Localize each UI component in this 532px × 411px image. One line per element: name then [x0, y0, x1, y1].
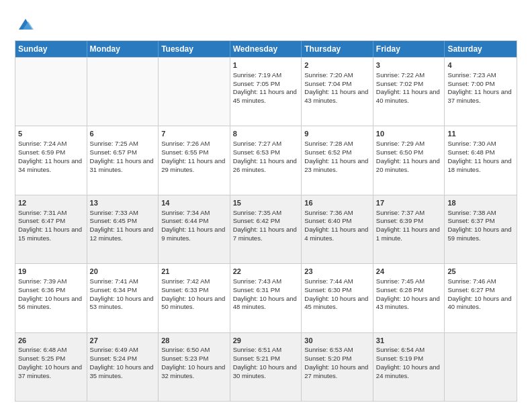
day-number: 31 — [376, 336, 442, 346]
day-number: 16 — [304, 198, 370, 208]
day-number: 24 — [376, 267, 442, 277]
day-number: 1 — [233, 60, 299, 71]
day-header: Thursday — [302, 41, 373, 57]
day-number: 15 — [233, 198, 299, 208]
day-number: 21 — [161, 267, 227, 277]
day-number: 7 — [161, 129, 227, 139]
day-number: 9 — [304, 129, 370, 139]
logo — [15, 15, 35, 34]
calendar-cell: 18Sunrise: 7:38 AMSunset: 6:37 PMDayligh… — [445, 195, 517, 263]
day-number: 13 — [90, 198, 156, 208]
day-header: Tuesday — [159, 41, 230, 57]
day-number: 28 — [161, 336, 227, 346]
day-number: 27 — [90, 336, 156, 346]
day-number: 8 — [233, 129, 299, 139]
calendar-cell: 26Sunrise: 6:48 AMSunset: 5:25 PMDayligh… — [15, 333, 87, 401]
calendar-cell: 5Sunrise: 7:24 AMSunset: 6:59 PMDaylight… — [15, 126, 87, 194]
day-number: 19 — [18, 267, 84, 277]
day-header: Wednesday — [230, 41, 302, 57]
page: SundayMondayTuesdayWednesdayThursdayFrid… — [0, 0, 532, 411]
calendar-cell: 31Sunrise: 6:54 AMSunset: 5:19 PMDayligh… — [373, 333, 445, 401]
calendar-row: 1Sunrise: 7:19 AMSunset: 7:05 PMDaylight… — [15, 57, 517, 126]
calendar-cell: 6Sunrise: 7:25 AMSunset: 6:57 PMDaylight… — [87, 126, 159, 194]
day-number: 4 — [447, 60, 514, 71]
calendar-cell: 16Sunrise: 7:36 AMSunset: 6:40 PMDayligh… — [302, 195, 373, 263]
calendar-row: 26Sunrise: 6:48 AMSunset: 5:25 PMDayligh… — [15, 332, 517, 401]
calendar-cell: 28Sunrise: 6:50 AMSunset: 5:23 PMDayligh… — [159, 333, 230, 401]
day-number: 17 — [376, 198, 442, 208]
calendar-row: 19Sunrise: 7:39 AMSunset: 6:36 PMDayligh… — [15, 263, 517, 332]
day-number: 3 — [376, 60, 442, 71]
calendar-cell: 2Sunrise: 7:20 AMSunset: 7:04 PMDaylight… — [302, 58, 373, 126]
calendar-cell: 30Sunrise: 6:53 AMSunset: 5:20 PMDayligh… — [302, 333, 373, 401]
calendar-cell: 24Sunrise: 7:45 AMSunset: 6:28 PMDayligh… — [373, 264, 445, 332]
day-number: 14 — [161, 198, 227, 208]
calendar-cell: 7Sunrise: 7:26 AMSunset: 6:55 PMDaylight… — [159, 126, 230, 194]
day-number: 2 — [304, 60, 370, 71]
day-number: 20 — [90, 267, 156, 277]
calendar-cell — [15, 58, 87, 126]
day-number: 25 — [447, 267, 514, 277]
calendar-cell: 19Sunrise: 7:39 AMSunset: 6:36 PMDayligh… — [15, 264, 87, 332]
day-number: 30 — [304, 336, 370, 346]
calendar-cell: 29Sunrise: 6:51 AMSunset: 5:21 PMDayligh… — [230, 333, 302, 401]
calendar-cell: 9Sunrise: 7:28 AMSunset: 6:52 PMDaylight… — [302, 126, 373, 194]
day-number: 12 — [18, 198, 84, 208]
calendar-body: 1Sunrise: 7:19 AMSunset: 7:05 PMDaylight… — [15, 57, 517, 401]
calendar-cell: 3Sunrise: 7:22 AMSunset: 7:02 PMDaylight… — [373, 58, 445, 126]
day-header: Friday — [373, 41, 445, 57]
day-header: Monday — [87, 41, 159, 57]
day-number: 22 — [233, 267, 299, 277]
header — [15, 12, 517, 34]
calendar-cell: 11Sunrise: 7:30 AMSunset: 6:48 PMDayligh… — [445, 126, 517, 194]
calendar-cell: 10Sunrise: 7:29 AMSunset: 6:50 PMDayligh… — [373, 126, 445, 194]
calendar-header: SundayMondayTuesdayWednesdayThursdayFrid… — [15, 41, 517, 57]
calendar-cell: 17Sunrise: 7:37 AMSunset: 6:39 PMDayligh… — [373, 195, 445, 263]
calendar-cell: 1Sunrise: 7:19 AMSunset: 7:05 PMDaylight… — [230, 58, 302, 126]
calendar-row: 5Sunrise: 7:24 AMSunset: 6:59 PMDaylight… — [15, 126, 517, 194]
calendar: SundayMondayTuesdayWednesdayThursdayFrid… — [15, 40, 517, 402]
day-header: Sunday — [15, 41, 87, 57]
calendar-cell — [159, 58, 230, 126]
calendar-cell — [87, 58, 159, 126]
day-number: 11 — [447, 129, 514, 139]
day-number: 23 — [304, 267, 370, 277]
day-number: 18 — [447, 198, 514, 208]
calendar-cell — [445, 333, 517, 401]
day-number: 6 — [90, 129, 156, 139]
calendar-cell: 13Sunrise: 7:33 AMSunset: 6:45 PMDayligh… — [87, 195, 159, 263]
calendar-cell: 8Sunrise: 7:27 AMSunset: 6:53 PMDaylight… — [230, 126, 302, 194]
logo-icon — [16, 15, 35, 34]
calendar-cell: 14Sunrise: 7:34 AMSunset: 6:44 PMDayligh… — [159, 195, 230, 263]
calendar-cell: 15Sunrise: 7:35 AMSunset: 6:42 PMDayligh… — [230, 195, 302, 263]
calendar-cell: 21Sunrise: 7:42 AMSunset: 6:33 PMDayligh… — [159, 264, 230, 332]
calendar-cell: 27Sunrise: 6:49 AMSunset: 5:24 PMDayligh… — [87, 333, 159, 401]
day-number: 10 — [376, 129, 442, 139]
calendar-cell: 23Sunrise: 7:44 AMSunset: 6:30 PMDayligh… — [302, 264, 373, 332]
day-number: 29 — [233, 336, 299, 346]
day-number: 5 — [18, 129, 84, 139]
calendar-cell: 25Sunrise: 7:46 AMSunset: 6:27 PMDayligh… — [445, 264, 517, 332]
calendar-cell: 20Sunrise: 7:41 AMSunset: 6:34 PMDayligh… — [87, 264, 159, 332]
calendar-cell: 22Sunrise: 7:43 AMSunset: 6:31 PMDayligh… — [230, 264, 302, 332]
calendar-cell: 4Sunrise: 7:23 AMSunset: 7:00 PMDaylight… — [445, 58, 517, 126]
day-number: 26 — [18, 336, 84, 346]
calendar-row: 12Sunrise: 7:31 AMSunset: 6:47 PMDayligh… — [15, 195, 517, 263]
day-header: Saturday — [445, 41, 517, 57]
calendar-cell: 12Sunrise: 7:31 AMSunset: 6:47 PMDayligh… — [15, 195, 87, 263]
